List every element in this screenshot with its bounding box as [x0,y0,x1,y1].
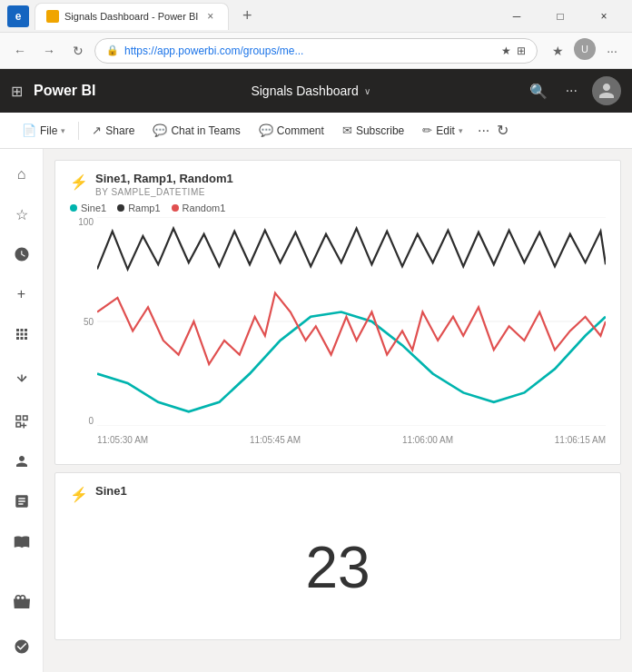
tab-favicon [46,10,59,23]
window-controls: ─ □ × [496,0,625,33]
sidebar-item-people[interactable] [4,443,40,479]
sidebar-item-datamart[interactable] [4,585,40,621]
legend-random1-dot [172,204,179,212]
chart-tile-info: Sine1, Ramp1, Random1 BY SAMPLE_DATETIME [95,172,233,197]
app-grid-icon[interactable]: ⊞ [11,83,23,100]
sine1-tile: ⚡ Sine1 23 [54,472,621,640]
toolbar-more-button[interactable]: ··· [478,123,489,139]
chart-tile-header: ⚡ Sine1, Ramp1, Random1 BY SAMPLE_DATETI… [70,172,606,197]
legend-ramp1-label: Ramp1 [128,203,160,213]
app-title: Signals Dashboard [251,84,358,98]
chart-tile: ⚡ Sine1, Ramp1, Random1 BY SAMPLE_DATETI… [54,160,621,465]
chart-y-axis: 100 50 0 [70,217,97,426]
x-label-1: 11:05:30 AM [97,435,148,445]
favorites-button[interactable]: ★ [545,38,570,64]
close-button[interactable]: × [583,0,625,33]
chart-container: 100 50 0 [70,217,606,453]
sidebar-item-home[interactable]: ⌂ [4,156,40,193]
header-more-button[interactable]: ··· [562,79,581,103]
toolbar-refresh-button[interactable]: ↻ [497,122,509,139]
share-icon: ↗ [92,124,102,137]
legend-sine1-dot [70,204,77,212]
new-tab-button[interactable]: + [234,4,260,29]
legend-ramp1-dot [117,204,124,212]
content-area: ⚡ Sine1, Ramp1, Random1 BY SAMPLE_DATETI… [44,149,632,672]
sidebar-item-create[interactable]: + [4,276,40,312]
legend-random1-label: Random1 [183,203,226,213]
edit-label: Edit [436,124,455,137]
maximize-button[interactable]: □ [539,0,581,33]
chart-subtitle: BY SAMPLE_DATETIME [95,187,233,197]
tab-title: Signals Dashboard - Power BI [64,11,198,22]
toolbar-sep-1 [78,122,79,140]
sine1-value: 23 [70,507,606,628]
sidebar-item-recent[interactable] [4,236,40,272]
share-button[interactable]: ↗ Share [84,120,142,141]
app-title-section: Signals Dashboard ∨ [106,84,514,98]
sidebar-item-metrics[interactable] [4,363,40,400]
share-label: Share [105,124,134,137]
forward-button[interactable]: → [36,38,62,64]
browser-actions: ★ U ··· [545,38,625,64]
chart-title: Sine1, Ramp1, Random1 [95,172,233,185]
y-label-0: 0 [88,416,94,426]
file-icon: 📄 [22,124,36,137]
x-label-4: 11:06:15 AM [555,435,606,445]
y-label-100: 100 [78,217,94,227]
edit-icon: ✏ [422,124,432,137]
browser-titlebar: e Signals Dashboard - Power BI × + ─ □ × [0,0,632,33]
sidebar-item-workspaces[interactable] [4,403,40,440]
chart-svg-area [97,217,606,426]
comment-label: Comment [277,124,324,137]
browser-logo: e [7,5,29,27]
file-menu[interactable]: 📄 File ▾ [15,120,73,141]
edit-chevron-icon: ▾ [459,126,463,135]
teams-icon: 💬 [153,124,167,137]
sidebar-item-account[interactable] [4,628,40,665]
chart-legend: Sine1 Ramp1 Random1 [70,203,606,213]
sine1-tile-icon: ⚡ [70,486,88,503]
sidebar-item-apps[interactable] [4,316,40,352]
subscribe-icon: ✉ [342,124,352,137]
comment-icon: 💬 [259,124,273,137]
app-title-chevron-icon[interactable]: ∨ [364,86,370,96]
sidebar-item-learn[interactable] [4,523,40,559]
avatar[interactable] [592,76,621,105]
chat-in-teams-button[interactable]: 💬 Chat in Teams [145,120,247,141]
x-label-2: 11:05:45 AM [250,435,301,445]
header-search-icon[interactable]: 🔍 [526,79,551,104]
legend-sine1: Sine1 [70,203,106,213]
file-chevron-icon: ▾ [61,126,65,135]
back-button[interactable]: ← [7,38,33,64]
sidebar-item-favorites[interactable]: ☆ [4,196,40,232]
chart-svg [97,217,606,426]
active-tab[interactable]: Signals Dashboard - Power BI × [35,3,229,30]
refresh-button[interactable]: ↻ [65,38,91,64]
browser-more-button[interactable]: ··· [599,38,625,64]
sine1-tile-header: ⚡ Sine1 [70,484,606,503]
legend-sine1-label: Sine1 [81,203,106,213]
profile-button[interactable]: U [574,38,596,60]
subscribe-label: Subscribe [356,124,404,137]
edit-button[interactable]: ✏ Edit ▾ [415,120,470,141]
address-bar[interactable]: 🔒 https://app.powerbi.com/groups/me... ★… [94,38,538,64]
sidebar: ⌂ ☆ + [0,149,44,672]
app-header: ⊞ Power BI Signals Dashboard ∨ 🔍 ··· [0,69,632,113]
legend-ramp1: Ramp1 [117,203,160,213]
toolbar: 📄 File ▾ ↗ Share 💬 Chat in Teams 💬 Comme… [0,113,632,149]
browser-controls: ← → ↻ 🔒 https://app.powerbi.com/groups/m… [0,33,632,69]
y-label-50: 50 [84,317,94,327]
chart-tile-icon: ⚡ [70,173,88,191]
address-text: https://app.powerbi.com/groups/me... [124,44,496,57]
comment-button[interactable]: 💬 Comment [252,120,331,141]
x-label-3: 11:06:00 AM [402,435,453,445]
sidebar-item-reports[interactable] [4,483,40,519]
tab-close-button[interactable]: × [203,8,217,25]
chart-x-axis: 11:05:30 AM 11:05:45 AM 11:06:00 AM 11:0… [97,426,606,453]
chat-label: Chat in Teams [171,124,240,137]
legend-random1: Random1 [172,203,226,213]
sine1-title: Sine1 [95,484,127,498]
subscribe-button[interactable]: ✉ Subscribe [335,120,411,141]
minimize-button[interactable]: ─ [496,0,538,33]
main-layout: ⌂ ☆ + [0,149,632,672]
